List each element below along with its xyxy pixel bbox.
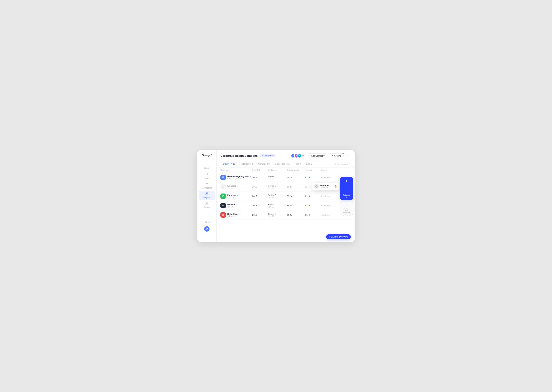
verified-icon: ✔: [236, 204, 238, 206]
founded-cell: 2016: [252, 214, 268, 216]
verified-icon: ✔: [250, 176, 251, 178]
teams-icon: [205, 202, 208, 206]
search-icon: [205, 173, 208, 176]
not-relevant-drop-zone[interactable]: ⊗ Drop in Not relevant: [340, 202, 353, 216]
th-capital-raised: Capital raised↓: [287, 169, 305, 171]
th-stage: Stage↓: [320, 169, 343, 171]
capital-raised-cell: $52M: [287, 214, 305, 216]
company-cell: H Health Imagining Hub ✔ Copenhagen, DK: [220, 175, 252, 180]
potential-fit-drop-zone[interactable]: ⬆ Potential fit: [340, 177, 353, 200]
th-actions: [343, 169, 351, 171]
add-company-button[interactable]: + Add Company: [307, 154, 327, 158]
verified-icon: ✔: [237, 195, 239, 196]
company-cell: E Ekincare ✔ London, UK: [220, 184, 252, 189]
svg-rect-6: [207, 194, 208, 195]
star-icon: ★: [308, 186, 310, 188]
collaborator-avatars: A A A +3: [291, 154, 305, 158]
sidebar-item-label: Companies: [202, 187, 212, 189]
main-content: Corporate Health Solutions 23 Companies …: [217, 150, 355, 242]
sidebar: Savvy. ⊞ Home Search Companies: [197, 150, 217, 242]
tab-discovery[interactable]: Discovery 11: [220, 161, 238, 167]
tab-potential-fit[interactable]: Potential fit 8: [238, 161, 256, 167]
trend-icon: ↗: [331, 154, 333, 157]
sidebar-item-search[interactable]: Search: [199, 171, 215, 181]
company-cell: W Webinu ✔ NY, US: [220, 203, 252, 208]
sidebar-item-teams[interactable]: Teams: [199, 200, 215, 210]
company-cell: P Pathcom ✔ CA, US: [220, 194, 252, 199]
capital-raised-cell: $52M: [287, 176, 305, 179]
last-round-cell: Series C: [268, 194, 287, 196]
last-round-date: Jan '22: [268, 178, 287, 180]
sidebar-item-label: Teams: [204, 206, 210, 209]
capital-raised-cell: $52M: [287, 195, 305, 197]
vote-cell[interactable]: Vote here ▾: [320, 204, 343, 207]
actions-button[interactable]: ↗ Actions: [329, 153, 343, 158]
vote-button[interactable]: Vote here: [320, 195, 329, 197]
avatar-count: +3: [301, 154, 305, 158]
vote-cell[interactable]: Vote here ▾: [320, 195, 343, 197]
verified-icon: ✔: [237, 185, 239, 187]
potential-fit-label: Potential fit: [341, 194, 351, 198]
tab-due-diligence[interactable]: Due diligence 1: [272, 161, 292, 167]
projects-icon: [205, 192, 208, 196]
company-name: Health Imagining Hub ✔: [227, 175, 251, 178]
tab-pilot[interactable]: Pilot 0: [292, 161, 303, 167]
founded-cell: 2016: [252, 195, 268, 197]
tab-contacted[interactable]: Contacted 0: [255, 161, 272, 167]
tab-deal[interactable]: Deal 0: [303, 161, 315, 167]
drag-company-avatar: [314, 184, 319, 189]
sidebar-item-home[interactable]: ⊞ Home: [199, 161, 215, 171]
vote-cell[interactable]: Vote here ▾: [320, 176, 343, 179]
company-avatar: H: [220, 212, 226, 218]
table-row: W Webinu ✔ NY, US 2016 Series C Jan '22 …: [217, 201, 355, 210]
drag-company-name: Ekincare ✔: [320, 184, 333, 187]
companies-icon: [205, 182, 208, 186]
capital-raised-cell: $52M: [287, 186, 305, 188]
vote-cell[interactable]: Vote here ▾: [320, 214, 343, 216]
company-name: Hello Heart ✔: [227, 213, 241, 215]
more-options-button[interactable]: ⋯: [345, 153, 351, 158]
app-logo: Savvy.: [202, 154, 212, 157]
svg-rect-3: [206, 193, 207, 194]
page-title: Corporate Health Solutions: [220, 154, 258, 157]
back-overview-label: Back to overview: [331, 236, 348, 238]
vote-button[interactable]: Vote here: [320, 214, 329, 216]
table-row: P Pathcom ✔ CA, US 2016 Series C Jan '22…: [217, 192, 355, 201]
th-last-round: Last round↓: [268, 169, 287, 171]
last-round-cell: Series C: [268, 175, 287, 178]
sidebar-item-projects[interactable]: Projects: [199, 191, 215, 200]
actions-label: Actions: [334, 155, 341, 157]
last-round-cell: Series C: [268, 213, 287, 215]
arrow-up-icon: ↑: [329, 236, 330, 238]
app-window: Savvy. ⊞ Home Search Companies: [197, 150, 355, 242]
table-row: H Health Imagining Hub ✔ Copenhagen, DK …: [217, 173, 355, 182]
th-ranking: Ranking↓: [305, 169, 321, 171]
collapse-button[interactable]: ‹: [205, 233, 209, 238]
vote-button[interactable]: Vote here: [320, 176, 329, 179]
dragged-card: Ekincare ✔ London, UK ✋: [312, 183, 339, 190]
tab-not-relevant[interactable]: ⊖ Not relevant 0: [334, 161, 351, 167]
company-avatar: P: [220, 194, 226, 199]
svg-point-0: [206, 173, 208, 175]
th-founded: Founded↓: [252, 169, 268, 171]
verified-icon: ✔: [328, 185, 329, 186]
drop-in-label: Drop in: [344, 207, 349, 209]
drag-company-location: London, UK: [320, 187, 333, 189]
vote-button[interactable]: Vote here: [320, 204, 329, 207]
th-company: Company↓: [220, 169, 252, 171]
svg-rect-5: [206, 194, 207, 195]
svg-line-1: [208, 175, 208, 175]
actions-notification-dot: [342, 153, 344, 154]
star-icon: ★: [308, 195, 310, 197]
svg-point-7: [206, 203, 207, 204]
circle-x-icon: ⊗: [345, 203, 348, 207]
svg-rect-4: [207, 193, 208, 194]
svg-point-9: [315, 185, 317, 187]
sidebar-item-companies[interactable]: Companies: [199, 181, 215, 190]
last-round-cell: Series C: [268, 185, 287, 187]
ranking-cell: 3.1 ★: [305, 204, 321, 207]
settings-avatar[interactable]: AA: [204, 226, 210, 231]
create-button[interactable]: + Create: [202, 220, 212, 224]
back-to-overview-button[interactable]: ↑ Back to overview: [326, 234, 351, 239]
last-round-date: Jan '22: [268, 187, 287, 189]
